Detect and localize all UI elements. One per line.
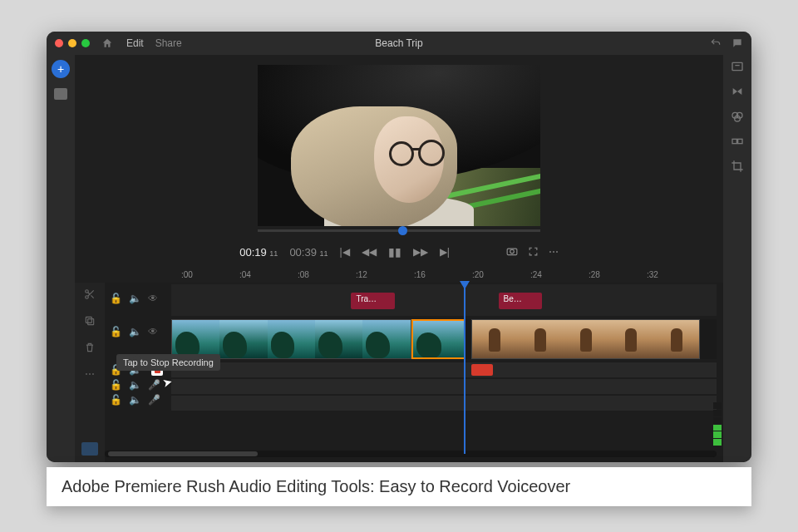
ruler-tick: :08: [298, 270, 309, 279]
center-panel: 00:19 11 00:39 11 |◀ ◀◀ ▮▮ ▶▶ ▶|: [75, 55, 723, 462]
video-clip-selected[interactable]: [411, 319, 466, 359]
speed-icon[interactable]: [731, 135, 744, 148]
voiceover-segment[interactable]: [471, 364, 493, 376]
mic-icon[interactable]: 🎤: [148, 379, 160, 391]
preview-scrubber[interactable]: [258, 229, 540, 232]
timeline-panel: ⋯ 🔓 🔈 👁 Tra… Be… 🔓: [75, 283, 723, 462]
play-pause-icon[interactable]: ▮▮: [388, 245, 401, 259]
mic-icon[interactable]: 🎤: [148, 394, 160, 406]
scrubber-knob[interactable]: [398, 226, 407, 235]
ruler-tick: :16: [414, 270, 426, 279]
titlebar: Edit Share Beach Trip: [47, 32, 751, 55]
window-controls: [55, 39, 90, 47]
svg-rect-5: [86, 317, 91, 323]
figure-caption: Adobe Premiere Rush Audio Editing Tools:…: [47, 467, 751, 506]
tab-edit[interactable]: Edit: [126, 37, 144, 49]
zoom-window-button[interactable]: [81, 39, 90, 47]
svg-rect-10: [732, 139, 736, 143]
titles-icon[interactable]: [731, 60, 744, 73]
recording-tooltip: Tap to Stop Recording: [116, 354, 220, 371]
right-rail: [723, 55, 751, 462]
left-rail: +: [47, 55, 75, 462]
timeline-tool-column: ⋯: [75, 283, 105, 462]
ruler-tick: :32: [647, 270, 658, 279]
current-timecode: 00:19 11: [239, 246, 278, 259]
fullscreen-icon[interactable]: [528, 246, 539, 258]
audio-track[interactable]: [171, 379, 717, 394]
video-clip[interactable]: [471, 319, 701, 359]
transitions-icon[interactable]: [731, 85, 744, 98]
crop-icon[interactable]: [731, 160, 744, 173]
home-icon[interactable]: [101, 37, 113, 49]
audio-level-meter: [713, 402, 722, 446]
chat-icon[interactable]: [732, 37, 743, 49]
minimize-window-button[interactable]: [68, 39, 76, 47]
ruler-tick: :12: [356, 270, 367, 279]
title-clip[interactable]: Tra…: [351, 293, 394, 309]
mode-tabs: Edit Share: [126, 37, 182, 49]
go-to-end-icon[interactable]: ▶|: [440, 246, 450, 258]
eye-icon[interactable]: 👁: [148, 326, 158, 337]
add-media-button[interactable]: +: [52, 60, 70, 78]
capture-frame-icon[interactable]: [506, 246, 518, 258]
lock-icon[interactable]: 🔓: [110, 379, 122, 391]
audio-tracks: [171, 362, 717, 412]
go-to-start-icon[interactable]: |◀: [340, 246, 350, 258]
speaker-icon[interactable]: 🔈: [129, 326, 141, 337]
ruler-tick: :28: [589, 270, 600, 279]
main-area: +: [47, 55, 751, 462]
project-panel-icon[interactable]: [54, 88, 67, 100]
undo-icon[interactable]: [710, 37, 722, 49]
app-window: Edit Share Beach Trip +: [47, 32, 751, 462]
svg-rect-6: [732, 62, 742, 70]
step-back-icon[interactable]: ◀◀: [362, 246, 377, 258]
eye-icon[interactable]: 👁: [148, 293, 158, 304]
duplicate-icon[interactable]: [83, 314, 96, 328]
svg-point-3: [86, 296, 89, 299]
title-clip[interactable]: Be…: [499, 293, 542, 309]
close-window-button[interactable]: [55, 39, 63, 47]
preview-frame[interactable]: [258, 65, 540, 226]
scissors-icon[interactable]: [83, 288, 96, 301]
lock-icon[interactable]: 🔓: [110, 293, 122, 304]
video-track[interactable]: [171, 319, 717, 359]
video-clip[interactable]: [171, 319, 411, 359]
step-forward-icon[interactable]: ▶▶: [413, 246, 428, 258]
svg-point-2: [86, 290, 89, 293]
track-control-icon[interactable]: [81, 442, 98, 456]
audio-track[interactable]: [171, 362, 717, 377]
ruler-tick: :24: [530, 270, 542, 279]
delete-icon[interactable]: [83, 341, 96, 354]
ruler-tick: :00: [181, 270, 193, 279]
speaker-icon[interactable]: 🔈: [129, 379, 141, 391]
svg-point-1: [510, 249, 514, 254]
speaker-icon[interactable]: 🔈: [129, 394, 141, 406]
title-track[interactable]: Tra… Be…: [171, 284, 717, 316]
svg-rect-4: [88, 319, 94, 325]
audio-track[interactable]: [171, 396, 717, 411]
preview-monitor: [75, 55, 723, 238]
timeline-ruler[interactable]: :00 :04 :08 :12 :16 :20 :24 :28 :32: [75, 266, 723, 283]
speaker-icon[interactable]: 🔈: [129, 293, 141, 304]
lock-icon[interactable]: 🔓: [110, 326, 122, 337]
color-icon[interactable]: [731, 110, 744, 123]
ruler-tick: :04: [239, 270, 251, 279]
playback-bar: 00:19 11 00:39 11 |◀ ◀◀ ▮▮ ▶▶ ▶|: [75, 238, 723, 266]
ruler-tick: :20: [472, 270, 484, 279]
more-options-icon[interactable]: ⋯: [549, 246, 559, 258]
svg-rect-11: [738, 139, 742, 143]
lock-icon[interactable]: 🔓: [110, 394, 122, 406]
total-timecode: 00:39 11: [289, 246, 328, 259]
tab-share[interactable]: Share: [155, 37, 182, 49]
scrollbar-thumb[interactable]: [108, 451, 258, 456]
playhead[interactable]: [464, 283, 466, 454]
more-icon[interactable]: ⋯: [83, 367, 96, 381]
timeline-scrollbar[interactable]: [105, 451, 717, 457]
